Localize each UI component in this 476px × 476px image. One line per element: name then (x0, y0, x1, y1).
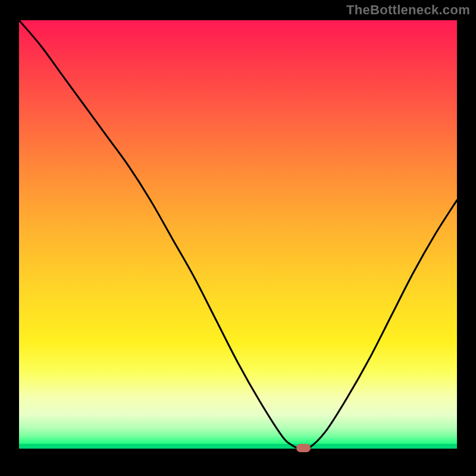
bottleneck-curve (19, 20, 457, 449)
chart-container: TheBottleneck.com (0, 0, 476, 476)
watermark-text: TheBottleneck.com (346, 2, 470, 18)
minimum-marker (296, 444, 311, 452)
curve-path (19, 20, 457, 449)
